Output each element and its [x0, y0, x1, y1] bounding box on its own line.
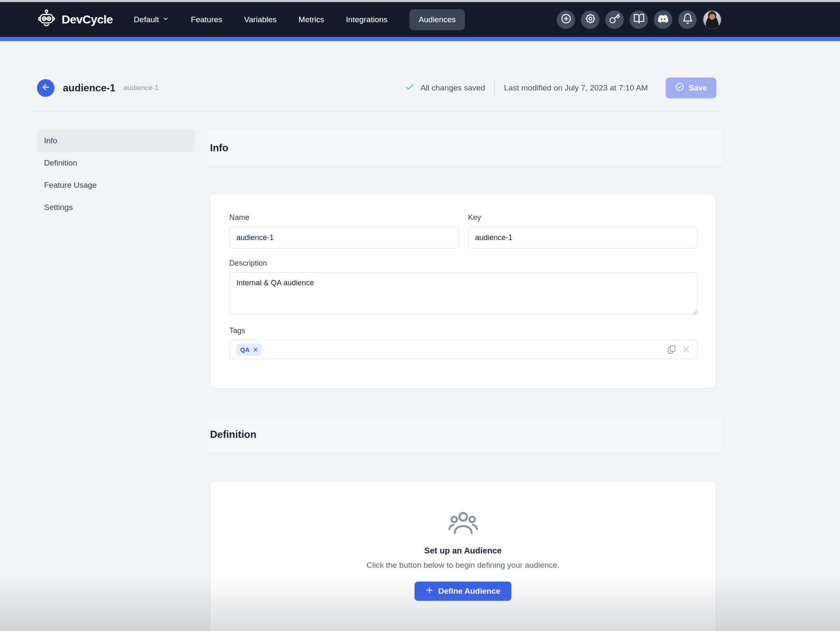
empty-state-subtitle: Click the button below to begin defining… — [210, 561, 716, 570]
tags-input[interactable]: QA — [229, 340, 697, 359]
user-avatar[interactable] — [703, 10, 722, 29]
main-container: audience-1 audience-1 All changes saved … — [33, 41, 722, 631]
sidebar-item-info[interactable]: Info — [37, 129, 195, 152]
page-title: audience-1 — [63, 82, 115, 94]
section-sidebar: Info Definition Feature Usage Settings — [37, 129, 195, 218]
info-section-header: Info — [207, 129, 722, 166]
chevron-down-icon — [162, 15, 169, 24]
description-field-group: Description Internal & QA audience — [229, 259, 697, 316]
users-group-icon — [447, 530, 479, 537]
definition-section-heading: Definition — [210, 429, 257, 440]
create-new-button[interactable] — [557, 10, 575, 29]
discord-icon — [657, 13, 669, 26]
nav-item-features[interactable]: Features — [191, 15, 222, 24]
nav-links: Default Features Variables Metrics Integ… — [134, 9, 465, 30]
description-label: Description — [229, 259, 697, 268]
key-label: Key — [468, 213, 698, 222]
top-navigation-bar: DevCycle Default Features Variables Metr… — [0, 2, 840, 37]
book-icon — [633, 13, 645, 26]
settings-button[interactable] — [581, 10, 599, 29]
name-key-row: Name Key — [229, 213, 697, 248]
nav-item-audiences-active[interactable]: Audiences — [410, 9, 465, 30]
bell-icon — [682, 13, 693, 26]
name-label: Name — [229, 213, 459, 222]
key-input[interactable] — [468, 227, 698, 248]
tags-actions — [666, 344, 690, 354]
page-header: audience-1 audience-1 All changes saved … — [33, 41, 722, 112]
page-subtitle-key: audience-1 — [123, 84, 158, 92]
define-audience-button[interactable]: Define Audience — [415, 582, 511, 601]
check-icon — [404, 82, 415, 94]
nav-inner: DevCycle Default Features Variables Metr… — [37, 2, 722, 37]
header-right: All changes saved Last modified on July … — [404, 78, 722, 98]
saved-status: All changes saved — [404, 82, 485, 94]
key-icon — [609, 13, 620, 26]
clear-tags-icon[interactable] — [682, 345, 690, 354]
api-keys-button[interactable] — [605, 10, 624, 29]
save-button-label: Save — [689, 83, 707, 93]
arrow-left-icon — [41, 82, 51, 94]
tags-label: Tags — [229, 326, 697, 335]
content-row: Info Definition Feature Usage Settings I… — [33, 129, 722, 631]
tag-chip-label: QA — [240, 346, 250, 353]
notifications-button[interactable] — [678, 10, 697, 29]
saved-status-label: All changes saved — [420, 83, 485, 93]
sidebar-item-settings[interactable]: Settings — [37, 196, 195, 218]
description-textarea[interactable]: Internal & QA audience — [229, 272, 697, 315]
info-card: Name Key Description Internal & QA audie… — [210, 194, 716, 388]
info-section-heading: Info — [210, 142, 228, 154]
empty-state-title: Set up an Audience — [210, 546, 716, 556]
robot-logo-icon — [37, 9, 56, 30]
definition-section-header: Definition — [207, 416, 722, 453]
back-button[interactable] — [37, 79, 54, 97]
devcycle-logo[interactable]: DevCycle — [37, 9, 113, 30]
accent-bar — [0, 37, 840, 41]
circle-check-icon — [675, 82, 684, 94]
header-divider — [494, 80, 495, 96]
key-field-group: Key — [468, 213, 698, 248]
last-modified-label: Last modified on July 7, 2023 at 7:10 AM — [504, 83, 648, 93]
nav-item-metrics[interactable]: Metrics — [298, 15, 324, 24]
brand-name: DevCycle — [62, 13, 113, 26]
content-column: Info Name Key Description Internal & QA … — [207, 129, 722, 631]
name-field-group: Name — [229, 213, 459, 248]
nav-item-variables[interactable]: Variables — [244, 15, 277, 24]
sidebar-item-definition[interactable]: Definition — [37, 152, 195, 174]
define-audience-label: Define Audience — [438, 587, 500, 596]
tags-field-group: Tags QA — [229, 326, 697, 359]
copy-icon[interactable] — [666, 344, 677, 354]
discord-community-button[interactable] — [654, 10, 672, 29]
documentation-button[interactable] — [630, 10, 648, 29]
name-input[interactable] — [229, 227, 459, 248]
tag-remove-icon[interactable] — [253, 347, 258, 352]
definition-card: Set up an Audience Click the button belo… — [210, 481, 716, 631]
nav-item-integrations[interactable]: Integrations — [346, 15, 387, 24]
save-button[interactable]: Save — [666, 78, 716, 98]
gear-icon — [585, 13, 596, 26]
sidebar-item-feature-usage[interactable]: Feature Usage — [37, 174, 195, 196]
plus-circle-icon — [560, 13, 572, 26]
nav-item-default-project-dropdown[interactable]: Default — [134, 15, 169, 24]
plus-icon — [425, 586, 433, 596]
tag-chip-qa: QA — [236, 344, 262, 356]
